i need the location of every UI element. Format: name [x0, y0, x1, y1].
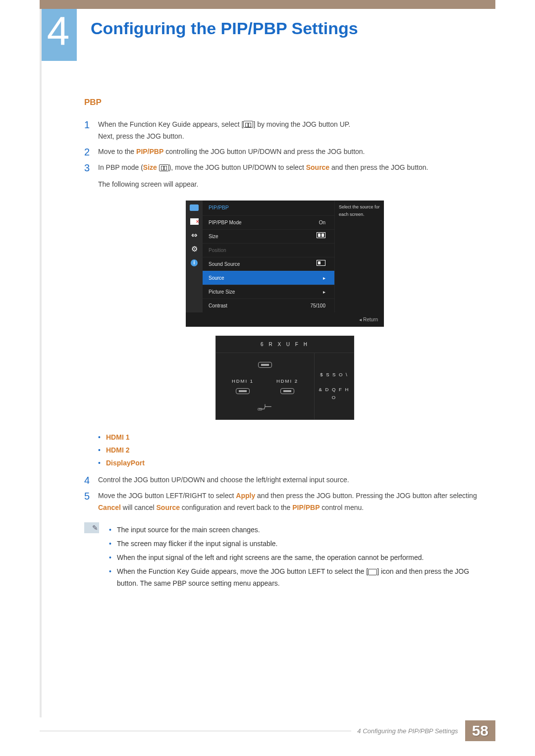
- chevron-right-icon: ▸: [323, 288, 325, 296]
- osd2-apply: $ S S O \: [317, 371, 352, 379]
- hdmi-port-icon: [236, 388, 250, 394]
- osd2-hdmi2: HDMI 2: [272, 377, 302, 400]
- step-4: 4 Control the JOG button UP/DOWN and cho…: [84, 474, 485, 486]
- page-title: Configuring the PIP/PBP Settings: [77, 9, 358, 38]
- osd-row-source: Source▸: [203, 271, 334, 285]
- osd-source-screenshot: 6 R X U F H HDMI 1 HDMI 2 $ S S O \ & D …: [215, 336, 354, 420]
- section-heading: PBP: [84, 96, 485, 110]
- option-hdmi2: HDMI 2: [106, 445, 129, 456]
- step-1: 1 When the Function Key Guide appears, s…: [84, 119, 485, 143]
- chevron-right-icon: ▸: [323, 274, 325, 282]
- left-accent-bar: [40, 9, 42, 717]
- osd-help-text: Select the source for each screen.: [334, 201, 384, 312]
- step-text: Move the JOG button LEFT/RIGHT to select…: [98, 490, 485, 514]
- step-text: In PBP mode (Size ), move the JOG button…: [98, 162, 485, 191]
- step-number: 2: [84, 146, 98, 158]
- footer-rule: [40, 731, 351, 731]
- step-number: 3: [84, 162, 98, 191]
- sound-left-icon: [317, 260, 325, 268]
- osd-title: PIP/PBP: [203, 201, 334, 215]
- pbp-size-icon: [159, 164, 169, 171]
- svg-rect-1: [318, 233, 321, 237]
- step-2: 2 Move to the PIP/PBP controlling the JO…: [84, 146, 485, 158]
- osd-menu-screenshot: i PIP/PBP PIP/PBP ModeOn Size Position S…: [186, 201, 384, 327]
- page: 4 Configuring the PIP/PBP Settings PBP 1…: [0, 0, 535, 756]
- step-text: Move to the PIP/PBP controlling the JOG …: [98, 146, 485, 158]
- note-block: •The input source for the main screen ch…: [84, 522, 485, 591]
- settings-tab-icon: [189, 245, 199, 253]
- osd-row-position: Position: [203, 243, 334, 257]
- footer-chapter-label: 4 Configuring the PIP/PBP Settings: [357, 727, 458, 735]
- chapter-badge: 4: [40, 9, 77, 61]
- osd-row-size: Size: [203, 229, 334, 243]
- note-icon: [84, 522, 99, 533]
- step-3: 3 In PBP mode (Size ), move the JOG butt…: [84, 162, 485, 191]
- step-number: 4: [84, 474, 98, 486]
- osd2-cancel: & D Q F H O: [317, 386, 352, 402]
- info-tab-icon: i: [189, 259, 199, 267]
- osd-footer: ◂ Return: [186, 312, 384, 327]
- osd2-left-panel: HDMI 1 HDMI 2: [216, 353, 314, 419]
- step-number: 1: [84, 119, 98, 143]
- hdmi-port-icon: [258, 362, 272, 368]
- source-icon: [368, 569, 377, 575]
- osd-row-mode: PIP/PBP ModeOn: [203, 215, 334, 229]
- osd-sidebar: i: [186, 201, 203, 312]
- note-list: •The input source for the main screen ch…: [109, 522, 485, 591]
- picture-tab-icon: [189, 203, 199, 211]
- content: PBP 1 When the Function Key Guide appear…: [0, 61, 535, 591]
- menu-grid-icon: [243, 121, 253, 128]
- osd-row-picsize: Picture Size▸: [203, 285, 334, 299]
- displayport-icon: [257, 403, 273, 411]
- osd2-hdmi1: HDMI 1: [228, 377, 258, 400]
- page-footer: 4 Configuring the PIP/PBP Settings 58: [40, 720, 495, 741]
- step-text: Control the JOG button UP/DOWN and choos…: [98, 474, 485, 486]
- osd-main: PIP/PBP PIP/PBP ModeOn Size Position Sou…: [203, 201, 334, 312]
- option-displayport: DisplayPort: [106, 457, 145, 469]
- hdmi-port-icon: [280, 388, 294, 394]
- page-number: 58: [465, 720, 495, 741]
- pbp-split-icon: [317, 232, 325, 241]
- osd-row-contrast: Contrast75/100: [203, 299, 334, 312]
- return-arrow-icon: ◂: [359, 317, 363, 322]
- top-accent-bar: [40, 0, 495, 9]
- pip-tab-icon: [189, 231, 199, 239]
- page-header: 4 Configuring the PIP/PBP Settings: [0, 0, 535, 61]
- osd-row-sound: Sound Source: [203, 257, 334, 271]
- osd2-title: 6 R X U F H: [216, 336, 354, 353]
- svg-rect-4: [318, 261, 321, 264]
- option-hdmi1: HDMI 1: [106, 432, 129, 444]
- step-number: 5: [84, 490, 98, 514]
- source-options-list: •HDMI 1 •HDMI 2 •DisplayPort: [98, 432, 485, 469]
- step-5: 5 Move the JOG button LEFT/RIGHT to sele…: [84, 490, 485, 514]
- svg-rect-2: [321, 233, 324, 237]
- osd2-right-panel: $ S S O \ & D Q F H O: [314, 353, 354, 419]
- image-tab-icon: [189, 217, 199, 225]
- step-text: When the Function Key Guide appears, sel…: [98, 119, 485, 143]
